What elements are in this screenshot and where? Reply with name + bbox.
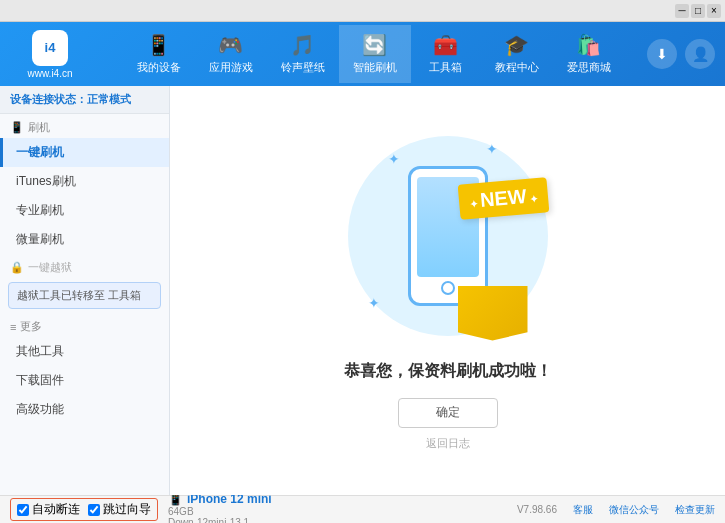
auto-disconnect-checkbox[interactable]: 自动断连 bbox=[17, 501, 80, 518]
logo-url: www.i4.cn bbox=[27, 68, 72, 79]
app-game-icon: 🎮 bbox=[218, 33, 243, 57]
more-section-icon: ≡ bbox=[10, 321, 16, 333]
nav-ringtone-label: 铃声壁纸 bbox=[281, 60, 325, 75]
my-device-icon: 📱 bbox=[146, 33, 171, 57]
confirm-button[interactable]: 确定 bbox=[398, 398, 498, 428]
section-jailbreak-title: 🔒 一键越狱 bbox=[0, 254, 169, 278]
flash-section-icon: 📱 bbox=[10, 121, 24, 134]
header: i4 www.i4.cn 📱 我的设备 🎮 应用游戏 🎵 铃声壁纸 🔄 智能刷机… bbox=[0, 22, 725, 86]
device-info: 📱 iPhone 12 mini 64GB Down-12mini-13,1 bbox=[168, 492, 272, 524]
service-link[interactable]: 客服 bbox=[573, 503, 593, 517]
wechat-link[interactable]: 微信公众号 bbox=[609, 503, 659, 517]
logo-icon: i4 bbox=[32, 30, 68, 66]
back-link[interactable]: 返回日志 bbox=[426, 436, 470, 451]
bottom-right: V7.98.66 客服 微信公众号 检查更新 bbox=[517, 503, 715, 517]
success-message: 恭喜您，保资料刷机成功啦！ bbox=[344, 361, 552, 382]
main-area: 设备连接状态：正常模式 📱 刷机 一键刷机 iTunes刷机 专业刷机 微量刷机… bbox=[0, 86, 725, 495]
nav-bar: 📱 我的设备 🎮 应用游戏 🎵 铃声壁纸 🔄 智能刷机 🧰 工具箱 🎓 教程中心… bbox=[100, 25, 647, 83]
checkbox-group: 自动断连 跳过向导 bbox=[10, 498, 158, 521]
nav-tutorial[interactable]: 🎓 教程中心 bbox=[481, 25, 553, 83]
sidebar-item-itunes-flash[interactable]: iTunes刷机 bbox=[0, 167, 169, 196]
titlebar: ─ □ × bbox=[0, 0, 725, 22]
sidebar: 设备连接状态：正常模式 📱 刷机 一键刷机 iTunes刷机 专业刷机 微量刷机… bbox=[0, 86, 170, 495]
content-area: ✦ ✦ ✦ NEW 恭喜您，保资料刷机成功啦！ 确定 返回日志 bbox=[170, 86, 725, 495]
minimize-button[interactable]: ─ bbox=[675, 4, 689, 18]
user-button[interactable]: 👤 bbox=[685, 39, 715, 69]
logo: i4 www.i4.cn bbox=[10, 30, 90, 79]
header-right: ⬇ 👤 bbox=[647, 39, 715, 69]
nav-smart-flash-label: 智能刷机 bbox=[353, 60, 397, 75]
auto-disconnect-input[interactable] bbox=[17, 504, 29, 516]
new-badge: NEW bbox=[457, 177, 548, 220]
jailbreak-notice: 越狱工具已转移至 工具箱 bbox=[8, 282, 161, 309]
sparkle-2: ✦ bbox=[486, 141, 498, 157]
sidebar-item-pro-flash[interactable]: 专业刷机 bbox=[0, 196, 169, 225]
bottom-section: 自动断连 跳过向导 📱 iPhone 12 mini 64GB Down-12m… bbox=[0, 495, 725, 523]
update-link[interactable]: 检查更新 bbox=[675, 503, 715, 517]
tutorial-icon: 🎓 bbox=[504, 33, 529, 57]
nav-toolbox-label: 工具箱 bbox=[429, 60, 462, 75]
device-model: Down-12mini-13,1 bbox=[168, 517, 272, 524]
ribbon bbox=[458, 286, 528, 341]
skip-wizard-checkbox[interactable]: 跳过向导 bbox=[88, 501, 151, 518]
sidebar-item-other-tools[interactable]: 其他工具 bbox=[0, 337, 169, 366]
sparkle-1: ✦ bbox=[388, 151, 400, 167]
nav-ringtone[interactable]: 🎵 铃声壁纸 bbox=[267, 25, 339, 83]
version-label: V7.98.66 bbox=[517, 504, 557, 515]
nav-toolbox[interactable]: 🧰 工具箱 bbox=[411, 25, 481, 83]
smart-flash-icon: 🔄 bbox=[362, 33, 387, 57]
section-flash-title: 📱 刷机 bbox=[0, 114, 169, 138]
bottom-main-row: 自动断连 跳过向导 📱 iPhone 12 mini 64GB Down-12m… bbox=[0, 496, 725, 523]
nav-store-label: 爱思商城 bbox=[567, 60, 611, 75]
phone-illustration: ✦ ✦ ✦ NEW bbox=[338, 131, 558, 341]
device-storage: 64GB bbox=[168, 506, 272, 517]
maximize-button[interactable]: □ bbox=[691, 4, 705, 18]
download-button[interactable]: ⬇ bbox=[647, 39, 677, 69]
status-value: 正常模式 bbox=[87, 93, 131, 105]
close-button[interactable]: × bbox=[707, 4, 721, 18]
lock-icon: 🔒 bbox=[10, 261, 24, 274]
section-more-title: ≡ 更多 bbox=[0, 313, 169, 337]
sidebar-item-advanced[interactable]: 高级功能 bbox=[0, 395, 169, 424]
toolbox-icon: 🧰 bbox=[433, 33, 458, 57]
nav-my-device-label: 我的设备 bbox=[137, 60, 181, 75]
nav-app-game-label: 应用游戏 bbox=[209, 60, 253, 75]
nav-tutorial-label: 教程中心 bbox=[495, 60, 539, 75]
skip-wizard-input[interactable] bbox=[88, 504, 100, 516]
sparkle-3: ✦ bbox=[368, 295, 380, 311]
sidebar-item-download-fw[interactable]: 下载固件 bbox=[0, 366, 169, 395]
phone-home-button bbox=[441, 281, 455, 295]
sidebar-item-micro-flash[interactable]: 微量刷机 bbox=[0, 225, 169, 254]
nav-store[interactable]: 🛍️ 爱思商城 bbox=[553, 25, 625, 83]
store-icon: 🛍️ bbox=[576, 33, 601, 57]
ringtone-icon: 🎵 bbox=[290, 33, 315, 57]
nav-my-device[interactable]: 📱 我的设备 bbox=[123, 25, 195, 83]
connection-status: 设备连接状态：正常模式 bbox=[0, 86, 169, 114]
user-icon: 👤 bbox=[692, 46, 709, 62]
sidebar-item-one-key-flash[interactable]: 一键刷机 bbox=[0, 138, 169, 167]
nav-app-game[interactable]: 🎮 应用游戏 bbox=[195, 25, 267, 83]
nav-smart-flash[interactable]: 🔄 智能刷机 bbox=[339, 25, 411, 83]
download-icon: ⬇ bbox=[656, 46, 668, 62]
